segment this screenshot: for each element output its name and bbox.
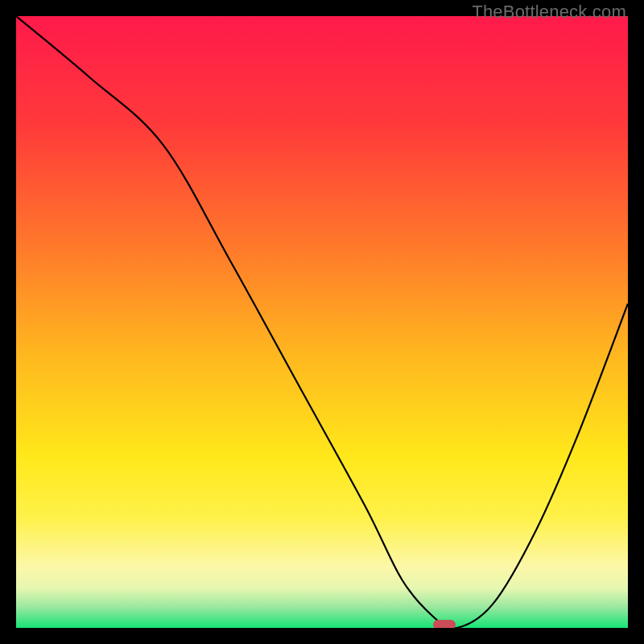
plot-area	[16, 16, 628, 628]
bottleneck-curve	[16, 16, 628, 628]
watermark-text: TheBottleneck.com	[472, 2, 626, 23]
optimum-marker	[433, 620, 456, 628]
chart-frame: TheBottleneck.com	[0, 0, 644, 644]
